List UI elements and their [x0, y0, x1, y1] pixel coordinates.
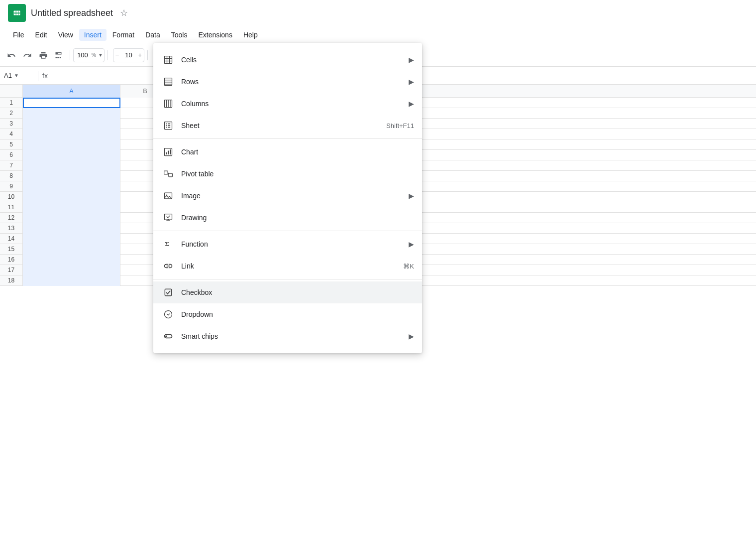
- zoom-dropdown-icon[interactable]: ▼: [98, 52, 104, 58]
- insert-smartchips-item[interactable]: Smart chips ▶: [153, 325, 422, 347]
- menu-section-links: Σ Function ▶ Link ⌘K: [153, 231, 422, 279]
- row-num-15: 15: [0, 244, 23, 254]
- svg-rect-23: [170, 149, 171, 154]
- sheet-icon: [161, 121, 175, 131]
- spreadsheet-title[interactable]: Untitled spreadsheet: [31, 8, 113, 18]
- cell-A5[interactable]: [23, 139, 120, 150]
- row-num-6: 6: [0, 150, 23, 160]
- insert-pivot-item[interactable]: Pivot table: [153, 163, 422, 185]
- insert-dropdown-label: Dropdown: [181, 310, 414, 318]
- link-shortcut: ⌘K: [403, 263, 414, 270]
- insert-chart-label: Chart: [181, 148, 414, 156]
- font-size-value[interactable]: 10: [121, 51, 136, 59]
- cells-arrow: ▶: [409, 56, 414, 64]
- image-arrow: ▶: [409, 192, 414, 200]
- zoom-value: 100: [74, 51, 92, 59]
- row-num-10: 10: [0, 192, 23, 202]
- cell-A9[interactable]: [23, 181, 120, 192]
- cell-A11[interactable]: [23, 202, 120, 213]
- row-num-9: 9: [0, 181, 23, 191]
- menu-insert[interactable]: Insert: [79, 29, 107, 41]
- row-num-3: 3: [0, 119, 23, 129]
- app-icon[interactable]: [8, 4, 26, 22]
- menu-help[interactable]: Help: [238, 29, 263, 41]
- print-button[interactable]: [36, 48, 51, 62]
- cell-A14[interactable]: [23, 234, 120, 244]
- insert-function-label: Function: [181, 240, 409, 248]
- rows-arrow: ▶: [409, 78, 414, 86]
- row-num-7: 7: [0, 160, 23, 170]
- insert-drawing-item[interactable]: Drawing: [153, 207, 422, 229]
- svg-rect-1: [14, 10, 20, 15]
- insert-dropdown-item[interactable]: Dropdown: [153, 303, 422, 325]
- image-icon: [161, 191, 175, 201]
- menu-format[interactable]: Format: [108, 29, 139, 41]
- menu-extensions[interactable]: Extensions: [193, 29, 237, 41]
- menu-section-structure: Cells ▶ Rows ▶ Columns ▶: [153, 47, 422, 139]
- cell-A10[interactable]: [23, 192, 120, 202]
- menu-file[interactable]: File: [8, 29, 29, 41]
- insert-checkbox-item[interactable]: Checkbox: [153, 281, 422, 303]
- toolbar-sep-2: [108, 50, 108, 60]
- insert-sheet-item[interactable]: Sheet Shift+F11: [153, 115, 422, 136]
- cell-A17[interactable]: [23, 265, 120, 275]
- undo-button[interactable]: [4, 48, 19, 62]
- cell-A15[interactable]: [23, 244, 120, 255]
- cell-A16[interactable]: [23, 255, 120, 265]
- insert-rows-label: Rows: [181, 78, 409, 86]
- menu-tools[interactable]: Tools: [166, 29, 193, 41]
- cell-A8[interactable]: [23, 171, 120, 181]
- function-arrow: ▶: [409, 240, 414, 248]
- insert-pivot-label: Pivot table: [181, 170, 414, 178]
- insert-cells-item[interactable]: Cells ▶: [153, 49, 422, 71]
- rows-icon: [161, 77, 175, 87]
- cell-A6[interactable]: [23, 150, 120, 160]
- menu-bar: File Edit View Insert Format Data Tools …: [0, 26, 756, 44]
- col-header-A[interactable]: A: [23, 85, 120, 98]
- menu-section-visuals: Chart Pivot table Image ▶ Drawing: [153, 139, 422, 231]
- menu-edit[interactable]: Edit: [30, 29, 52, 41]
- row-num-5: 5: [0, 139, 23, 149]
- insert-image-item[interactable]: Image ▶: [153, 185, 422, 207]
- redo-button[interactable]: [20, 48, 35, 62]
- columns-arrow: ▶: [409, 100, 414, 108]
- insert-rows-item[interactable]: Rows ▶: [153, 71, 422, 93]
- font-decrease-button[interactable]: −: [113, 51, 121, 59]
- cell-A1[interactable]: [23, 98, 120, 108]
- insert-function-item[interactable]: Σ Function ▶: [153, 233, 422, 255]
- insert-link-label: Link: [181, 262, 391, 270]
- cell-reference-area: A1 ▼: [4, 72, 34, 79]
- checkbox-icon: [161, 287, 175, 297]
- cell-A12[interactable]: [23, 213, 120, 223]
- insert-columns-item[interactable]: Columns ▶: [153, 93, 422, 115]
- font-increase-button[interactable]: +: [136, 51, 144, 59]
- menu-data[interactable]: Data: [140, 29, 165, 41]
- row-num-17: 17: [0, 265, 23, 275]
- insert-sheet-label: Sheet: [181, 122, 374, 130]
- cell-A7[interactable]: [23, 160, 120, 171]
- insert-link-item[interactable]: Link ⌘K: [153, 255, 422, 277]
- zoom-control[interactable]: 100 % ▼: [73, 48, 105, 62]
- smartchips-icon: [161, 331, 175, 341]
- row-num-13: 13: [0, 223, 23, 233]
- row-num-16: 16: [0, 255, 23, 265]
- svg-rect-22: [168, 151, 169, 155]
- cell-A2[interactable]: [23, 108, 120, 119]
- menu-view[interactable]: View: [53, 29, 78, 41]
- row-num-11: 11: [0, 202, 23, 212]
- cell-A3[interactable]: [23, 119, 120, 129]
- font-size-control[interactable]: − 10 +: [113, 48, 144, 62]
- insert-chart-item[interactable]: Chart: [153, 141, 422, 163]
- row-num-1: 1: [0, 98, 23, 108]
- sheet-shortcut: Shift+F11: [386, 122, 414, 130]
- cell-A18[interactable]: [23, 275, 120, 286]
- menu-section-controls: Checkbox Dropdown Smart chips ▶: [153, 279, 422, 349]
- star-icon[interactable]: ☆: [120, 7, 128, 18]
- chart-icon: [161, 147, 175, 157]
- cell-A13[interactable]: [23, 223, 120, 234]
- cell-ref-value[interactable]: A1: [4, 72, 12, 79]
- paint-format-button[interactable]: [52, 48, 67, 62]
- cell-A4[interactable]: [23, 129, 120, 139]
- cell-ref-dropdown[interactable]: ▼: [14, 73, 19, 78]
- insert-dropdown-menu: Cells ▶ Rows ▶ Columns ▶: [153, 43, 422, 353]
